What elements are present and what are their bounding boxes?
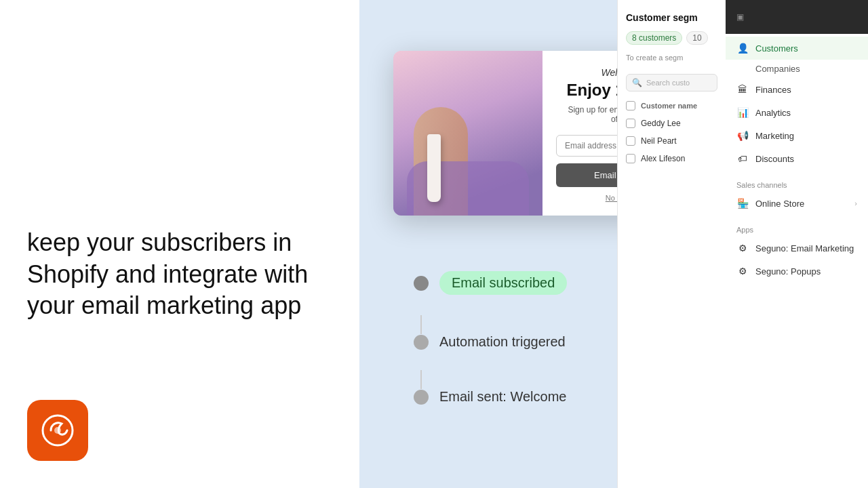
- chevron-right-icon: ›: [854, 199, 857, 207]
- nav-section-sales-channels: Sales channels 🏪 Online Store ›: [726, 173, 868, 218]
- left-panel: keep your subscribers in Shopify and int…: [0, 0, 359, 488]
- nav-section-main: 👤 Customers Companies 🏛 Finances 📊 Analy…: [726, 34, 868, 173]
- app-icon-popups: ⚙: [736, 265, 749, 277]
- store-icon: 🏪: [736, 197, 749, 209]
- header-checkbox[interactable]: [626, 101, 635, 110]
- col-header: Customer name: [641, 102, 697, 110]
- sales-channels-label: Sales channels: [726, 176, 868, 192]
- customer-row-2: Neil Peart: [618, 132, 726, 150]
- nav-label-analytics: Analytics: [755, 108, 791, 118]
- sidebar-item-online-store[interactable]: 🏪 Online Store ›: [726, 192, 868, 215]
- step-label-2: Automation triggered: [439, 334, 566, 350]
- nav-section-apps: Apps ⚙ Seguno: Email Marketing ⚙ Seguno:…: [726, 218, 868, 285]
- cs-badge-count: 8 customers: [626, 31, 682, 45]
- search-icon: 🔍: [632, 78, 642, 87]
- step-label-3: Email sent: Welcome: [439, 389, 566, 405]
- customer-row-3: Alex Lifeson: [618, 150, 726, 167]
- nav-label-discounts: Discounts: [755, 154, 794, 164]
- customer-name-1: Geddy Lee: [641, 119, 681, 128]
- cs-badge-row: 8 customers 10: [618, 28, 726, 47]
- nav-body: 👤 Customers Companies 🏛 Finances 📊 Analy…: [726, 34, 868, 488]
- checkbox-2[interactable]: [626, 136, 635, 146]
- popup-image: [393, 51, 542, 216]
- nav-label-companies: Companies: [755, 64, 800, 74]
- search-input-wrap[interactable]: 🔍 Search custo: [626, 74, 717, 92]
- checkbox-3[interactable]: [626, 154, 635, 163]
- popup-image-content: [393, 51, 542, 216]
- sidebar-item-seguno-popups[interactable]: ⚙ Seguno: Popups: [726, 260, 868, 283]
- sidebar-item-finances[interactable]: 🏛 Finances: [726, 78, 868, 101]
- building-icon: 🏛: [736, 83, 749, 96]
- svg-point-1: [54, 427, 61, 434]
- step-dot-3: [414, 390, 429, 405]
- sidebar-item-analytics[interactable]: 📊 Analytics: [726, 101, 868, 124]
- workflow-line-1: [420, 315, 422, 334]
- cs-title: Customer segm: [618, 7, 726, 28]
- workflow-line-2: [420, 370, 422, 389]
- nav-label-seguno-email: Seguno: Email Marketing: [755, 243, 854, 253]
- megaphone-icon: 📢: [736, 129, 749, 142]
- nav-label-seguno-popups: Seguno: Popups: [755, 266, 821, 277]
- step-dot-2: [414, 335, 429, 350]
- nav-label-customers: Customers: [755, 43, 798, 54]
- nav-label-marketing: Marketing: [755, 131, 794, 141]
- cs-description: To create a segm: [618, 47, 726, 68]
- customer-header-row: Customer name: [618, 97, 726, 115]
- sidebar-item-companies[interactable]: Companies: [726, 60, 868, 78]
- customer-name-2: Neil Peart: [641, 136, 677, 146]
- tag-icon: 🏷: [736, 152, 749, 165]
- person-icon: 👤: [736, 42, 749, 54]
- shopify-nav: ▣ 👤 Customers Companies 🏛 Finances: [726, 0, 868, 488]
- right-panel: Email offer ▾ × Welcome. Enjoy 10% off. …: [359, 0, 868, 488]
- sidebar-item-marketing[interactable]: 📢 Marketing: [726, 124, 868, 147]
- apps-label: Apps: [726, 220, 868, 237]
- customer-row-1: Geddy Lee: [618, 115, 726, 132]
- sidebar-item-discounts[interactable]: 🏷 Discounts: [726, 147, 868, 170]
- search-placeholder: Search custo: [646, 79, 690, 87]
- step-dot-1: [414, 276, 429, 291]
- nav-header: ▣: [726, 0, 868, 34]
- checkbox-1[interactable]: [626, 119, 635, 128]
- sidebar-item-seguno-email[interactable]: ⚙ Seguno: Email Marketing: [726, 237, 868, 260]
- step-badge-1: Email subscribed: [439, 271, 567, 295]
- nav-label-online-store: Online Store: [755, 199, 804, 209]
- app-icon-email: ⚙: [736, 242, 749, 254]
- chart-icon: 📊: [736, 106, 749, 119]
- customer-name-3: Alex Lifeson: [641, 154, 685, 163]
- app-icon: [27, 400, 88, 461]
- cs-badge-num: 10: [686, 31, 707, 45]
- main-text: keep your subscribers in Shopify and int…: [27, 227, 326, 322]
- search-area: 🔍 Search custo: [618, 68, 726, 97]
- customer-segment-panel: Customer segm 8 customers 10 To create a…: [617, 0, 726, 488]
- sidebar-item-customers[interactable]: 👤 Customers: [726, 37, 868, 60]
- nav-label-finances: Finances: [755, 85, 791, 95]
